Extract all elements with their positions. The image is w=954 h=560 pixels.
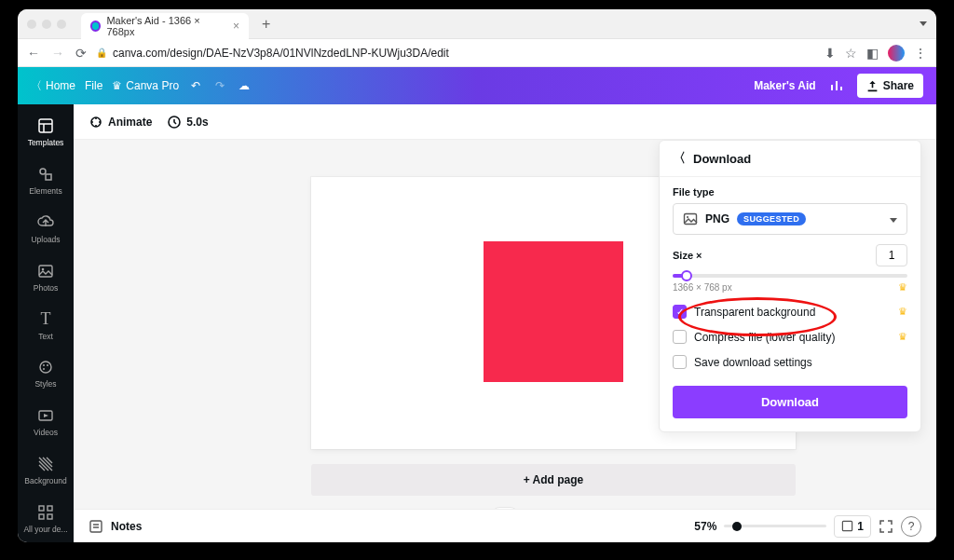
animate-button[interactable]: Animate	[89, 115, 152, 130]
file-menu[interactable]: File	[85, 79, 102, 92]
download-panel: 〈 Download File type PNG SUGGESTED Size …	[659, 140, 921, 432]
redo-button[interactable]: ↷	[212, 78, 227, 93]
svg-point-7	[40, 362, 51, 373]
notes-button[interactable]: Notes	[111, 520, 142, 533]
sidebar-item-styles[interactable]: Styles	[18, 349, 74, 398]
sidebar-item-templates[interactable]: Templates	[18, 108, 74, 157]
canva-pro-button[interactable]: ♛ Canva Pro	[112, 79, 179, 92]
download-icon[interactable]: ⬇	[825, 46, 836, 61]
suggested-badge: SUGGESTED	[737, 212, 806, 225]
page-count-button[interactable]: 1	[834, 515, 871, 538]
svg-rect-5	[39, 266, 52, 277]
pages-icon	[841, 520, 853, 532]
clock-icon	[167, 115, 182, 130]
checkbox-checked-icon: ✓	[673, 305, 687, 319]
tab-title: Maker's Aid - 1366 × 768px	[106, 15, 222, 37]
share-button[interactable]: Share	[857, 74, 923, 98]
svg-point-3	[40, 169, 46, 174]
svg-rect-15	[48, 514, 52, 519]
save-settings-checkbox-row[interactable]: Save download settings	[673, 355, 907, 369]
text-icon: T	[36, 310, 55, 329]
back-button[interactable]: ←	[27, 46, 40, 61]
file-type-select[interactable]: PNG SUGGESTED	[673, 203, 907, 235]
analytics-icon[interactable]	[829, 78, 844, 93]
page-drawer-handle[interactable]: ⌃	[492, 507, 518, 509]
browser-tab-strip: Maker's Aid - 1366 × 768px × +	[18, 9, 936, 39]
compress-checkbox-row[interactable]: Compress file (lower quality) ♛	[673, 330, 907, 344]
crown-icon: ♛	[112, 79, 122, 92]
sidebar-item-all-designs[interactable]: All your de...	[18, 494, 74, 542]
left-sidebar: Templates Elements Uploads Photos T Text…	[18, 104, 74, 542]
dimensions-text: 1366 × 768 px	[673, 282, 732, 293]
add-page-button[interactable]: + Add page	[311, 464, 796, 496]
sidebar-item-photos[interactable]: Photos	[18, 253, 74, 301]
profile-avatar[interactable]	[888, 45, 905, 61]
checkbox-icon	[673, 330, 687, 344]
sidebar-item-background[interactable]: Background	[18, 445, 74, 494]
browser-toolbar: ← → ⟳ 🔒 canva.com/design/DAE-NzV3p8A/01N…	[18, 39, 936, 67]
elements-icon	[36, 165, 55, 184]
sidebar-item-text[interactable]: T Text	[18, 301, 74, 349]
canvas-viewport[interactable]: + Add page ⌃ 〈 Download File type PNG SU…	[74, 140, 936, 509]
home-button[interactable]: 〈 Home	[31, 78, 75, 94]
notes-icon	[89, 519, 103, 534]
transparent-bg-checkbox-row[interactable]: ✓ Transparent background ♛	[673, 305, 907, 319]
address-bar[interactable]: 🔒 canva.com/design/DAE-NzV3p8A/01NVlNzde…	[96, 47, 815, 60]
size-multiplier-input[interactable]	[876, 244, 907, 266]
app-header: 〈 Home File ♛ Canva Pro ↶ ↷ ☁ Maker's Ai…	[18, 67, 936, 104]
svg-rect-4	[46, 174, 51, 180]
kebab-menu-icon[interactable]: ⋮	[914, 46, 927, 61]
svg-rect-12	[39, 506, 44, 511]
videos-icon	[36, 406, 55, 425]
duration-button[interactable]: 5.0s	[167, 115, 208, 130]
sidebar-item-videos[interactable]: Videos	[18, 398, 74, 446]
bookmark-icon[interactable]: ☆	[845, 46, 857, 61]
uploads-icon	[36, 213, 55, 232]
grid-icon	[36, 503, 55, 522]
svg-point-10	[43, 368, 45, 370]
reload-button[interactable]: ⟳	[75, 46, 87, 61]
animate-icon	[89, 115, 103, 130]
svg-point-6	[42, 267, 45, 270]
project-name[interactable]: Maker's Aid	[754, 79, 815, 92]
extension-icon[interactable]: ◧	[866, 46, 879, 61]
undo-button[interactable]: ↶	[188, 78, 203, 93]
image-file-icon	[683, 212, 698, 226]
bottom-bar: Notes 57% 1 ?	[74, 509, 936, 542]
chevron-left-icon: 〈	[31, 78, 42, 94]
zoom-value[interactable]: 57%	[694, 520, 716, 533]
forward-button[interactable]: →	[51, 46, 64, 61]
panel-title: Download	[693, 152, 751, 166]
url-text: canva.com/design/DAE-NzV3p8A/01NVlNzdedL…	[113, 47, 449, 60]
svg-rect-20	[90, 521, 102, 532]
svg-rect-23	[843, 521, 852, 530]
sidebar-item-elements[interactable]: Elements	[18, 157, 74, 205]
fullscreen-icon[interactable]	[879, 519, 893, 534]
red-square-element[interactable]	[484, 241, 623, 382]
svg-rect-18	[685, 214, 697, 225]
styles-icon	[36, 358, 55, 376]
browser-tab[interactable]: Maker's Aid - 1366 × 768px ×	[81, 13, 249, 39]
sidebar-item-uploads[interactable]: Uploads	[18, 205, 74, 253]
svg-rect-13	[48, 506, 52, 511]
templates-icon	[36, 116, 55, 135]
help-button[interactable]: ?	[901, 516, 921, 537]
new-tab-button[interactable]: +	[262, 16, 270, 33]
chevron-down-icon	[890, 212, 897, 225]
size-label: Size ×	[673, 250, 702, 261]
svg-point-9	[47, 364, 48, 366]
checkbox-icon	[673, 355, 687, 369]
window-traffic-lights[interactable]	[27, 20, 66, 29]
crown-icon: ♛	[898, 281, 907, 294]
zoom-slider[interactable]	[724, 525, 826, 527]
canvas-toolbar: Animate 5.0s	[74, 104, 936, 140]
chevron-down-icon[interactable]	[920, 21, 927, 26]
background-icon	[36, 455, 55, 473]
tab-close-icon[interactable]: ×	[233, 20, 239, 33]
svg-point-19	[687, 216, 688, 218]
canvas-area: Animate 5.0s + Add page ⌃ 〈 Download	[74, 104, 936, 542]
size-slider[interactable]	[673, 274, 907, 278]
download-button[interactable]: Download	[673, 386, 907, 418]
svg-rect-14	[39, 514, 44, 519]
panel-back-button[interactable]: 〈	[673, 150, 686, 167]
